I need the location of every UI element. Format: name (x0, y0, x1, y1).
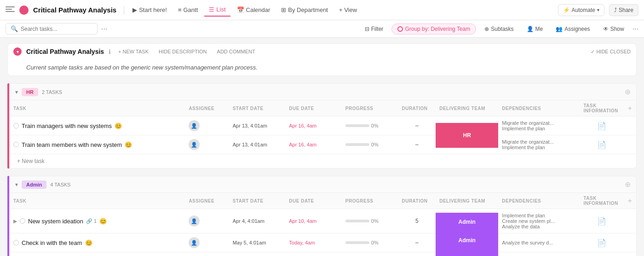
hide-description-button[interactable]: HIDE DESCRIPTION (156, 47, 210, 56)
add-task-hr[interactable]: + New task (10, 154, 636, 168)
col-task: TASK (10, 100, 185, 116)
start-here-icon: ▶ (132, 6, 137, 13)
task-info-icon[interactable]: 📄 (597, 122, 606, 130)
toolbar: 🔍 ··· ⊟ Filter Group by: Delivering Team… (0, 20, 644, 38)
col-dependencies: DEPENDENCIES (498, 100, 580, 116)
toolbar-more-dots[interactable]: ··· (632, 25, 638, 33)
group-admin-count: 4 TASKS (50, 182, 70, 187)
due-date: Apr 16, 4am (285, 135, 342, 154)
dep-item: Migrate the organizat... (502, 120, 571, 126)
search-box[interactable]: 🔍 (6, 23, 98, 35)
col-due-date: DUE DATE (285, 193, 342, 209)
due-date: Apr 14, 4am (285, 252, 342, 256)
hide-closed-button[interactable]: ✓ HIDE CLOSED (591, 49, 631, 55)
task-info-icon[interactable]: 📄 (597, 217, 606, 225)
group-hr-toggle[interactable]: ▾ (15, 89, 18, 95)
progress-pct: 0% (371, 240, 379, 245)
sidebar-toggle-icon[interactable] (6, 6, 15, 14)
duration: – (398, 233, 436, 252)
col-duration: DURATION (398, 193, 436, 209)
toolbar-dots[interactable]: ··· (101, 25, 107, 33)
share-icon: ⤴ (614, 7, 617, 13)
project-name: Critical Pathway Analysis (26, 48, 104, 55)
start-date: May 5, 4:01am (229, 233, 286, 252)
tab-calendar[interactable]: 📅 Calendar (232, 4, 275, 16)
due-date: Apr 10, 4am (285, 209, 342, 233)
task-name[interactable]: Train team members with new system (22, 141, 122, 148)
tab-by-department[interactable]: ⊞ By Department (276, 4, 333, 16)
assignee-avatar[interactable]: 👤 (189, 120, 200, 131)
col-start-date: START DATE (229, 100, 286, 116)
assignee-avatar[interactable]: 👤 (189, 237, 200, 248)
col-task-info: TASK INFORMATION (580, 193, 623, 209)
table-row: ▶ New system ideation 🔗 1 😊 👤 Apr 4, 4:0… (10, 209, 636, 233)
automate-chevron-icon: ▾ (597, 7, 599, 12)
automate-button[interactable]: ⚡ Automate ▾ (558, 4, 604, 16)
task-emoji: 😊 (115, 122, 122, 129)
col-progress: PROGRESS (342, 193, 398, 209)
group-hr-header: ▾ HR 2 TASKS ⊕ (10, 84, 636, 100)
automate-icon: ⚡ (563, 7, 570, 13)
me-icon: 👤 (527, 26, 534, 32)
table-row: Train managers with new systems 😊 👤 Apr … (10, 116, 636, 135)
task-checkbox[interactable] (13, 123, 19, 128)
col-add[interactable]: + (624, 193, 636, 209)
task-info-icon[interactable]: 📄 (597, 239, 606, 247)
dep-item: Migrate the organizat... (502, 139, 571, 145)
top-nav: Critical Pathway Analysis ▶ Start here! … (0, 0, 644, 20)
task-info-icon[interactable]: 📄 (597, 141, 606, 149)
col-dependencies: DEPENDENCIES (498, 193, 580, 209)
progress-pct: 0% (371, 142, 379, 147)
duration: – (398, 135, 436, 154)
col-task-info: TASK INFORMATION (580, 100, 623, 116)
task-checkbox[interactable] (13, 142, 19, 147)
task-name[interactable]: Check in with the team (22, 239, 82, 246)
tab-start-here[interactable]: ▶ Start here! (128, 4, 172, 16)
assignee-avatar[interactable]: 👤 (189, 139, 200, 150)
subtasks-icon: ⊕ (484, 26, 489, 32)
expand-icon[interactable]: ▶ (13, 218, 17, 224)
group-admin: ▾ Admin 4 TASKS ⊕ (7, 176, 637, 256)
filter-icon: ⊟ (365, 26, 369, 32)
new-task-button[interactable]: + NEW TASK (115, 47, 151, 56)
assignees-icon: 👥 (556, 26, 563, 32)
duration: – (398, 116, 436, 135)
subtasks-button[interactable]: ⊕ Subtasks (480, 24, 518, 34)
group-hr-add-icon[interactable]: ⊕ (625, 87, 631, 96)
assignee-avatar[interactable]: 👤 (189, 215, 200, 227)
tab-gantt[interactable]: ≡ Gantt (173, 4, 202, 16)
duration: – (398, 252, 436, 256)
assignees-button[interactable]: 👥 Assignees (551, 24, 594, 34)
tab-list[interactable]: ☰ List (204, 3, 230, 17)
me-button[interactable]: 👤 Me (522, 24, 548, 34)
show-icon: 👁 (603, 26, 609, 32)
table-row: Check in with the team 😊 👤 May 5, 4:01am… (10, 233, 636, 252)
hr-table: TASK ASSIGNEE START DATE DUE DATE PROGRE… (10, 100, 636, 154)
group-admin-toggle[interactable]: ▾ (15, 181, 18, 188)
project-header: ▾ Critical Pathway Analysis ℹ + NEW TASK… (7, 43, 637, 59)
group-by-button[interactable]: Group by: Delivering Team (391, 23, 476, 35)
due-date: Today, 4am (285, 233, 342, 252)
add-comment-button[interactable]: ADD COMMENT (214, 47, 258, 56)
dep-item: Implement the plan (502, 213, 571, 218)
group-admin-add-icon[interactable]: ⊕ (625, 180, 631, 189)
delivering-badge-hr: HR (436, 123, 498, 148)
col-add[interactable]: + (624, 100, 636, 116)
project-info-icon[interactable]: ℹ (109, 48, 111, 55)
task-name[interactable]: Train managers with new systems (22, 122, 112, 129)
show-button[interactable]: 👁 Show (598, 24, 629, 34)
project-logo (19, 6, 29, 15)
tab-add-view[interactable]: + View (334, 4, 362, 16)
due-date: Apr 16, 4am (285, 116, 342, 135)
filter-button[interactable]: ⊟ Filter (360, 24, 388, 34)
progress-pct: 0% (371, 218, 379, 224)
task-checkbox[interactable] (20, 218, 25, 224)
search-input[interactable] (21, 26, 85, 32)
project-collapse-button[interactable]: ▾ (13, 47, 22, 56)
share-button[interactable]: ⤴ Share (609, 4, 638, 16)
start-date: Apr 13, 4:01am (229, 116, 286, 135)
task-emoji: 😊 (125, 141, 132, 148)
task-name[interactable]: New system ideation (28, 218, 83, 225)
task-checkbox[interactable] (13, 240, 19, 245)
col-delivering: DELIVERING TEAM (436, 193, 498, 209)
